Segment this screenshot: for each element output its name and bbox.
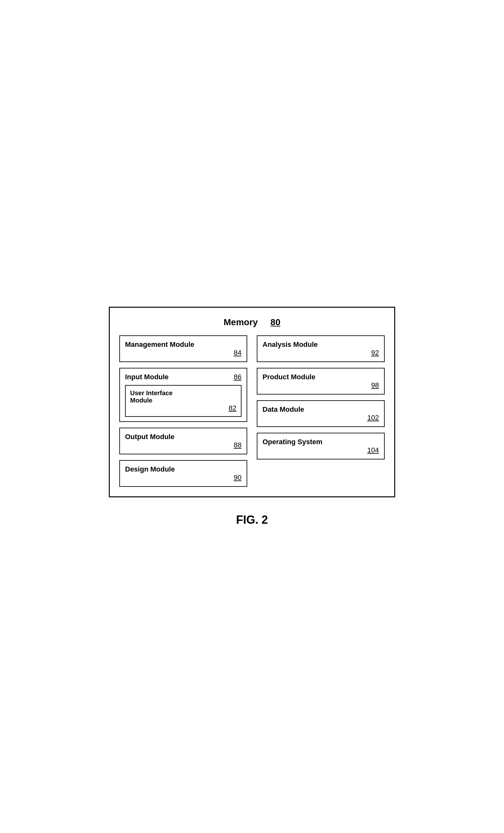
columns-wrapper: Management Module 84 Input Module 86 Use…	[119, 335, 385, 487]
design-module-box: Design Module 90	[119, 460, 247, 487]
input-module-name: Input Module	[125, 373, 169, 381]
input-top-row: Input Module 86	[125, 373, 241, 381]
output-module-name: Output Module	[125, 433, 174, 441]
analysis-module-name: Analysis Module	[263, 340, 318, 349]
ui-module-box: User InterfaceModule 82	[125, 385, 241, 417]
memory-title: Memory	[224, 317, 258, 327]
product-module-number: 98	[371, 381, 379, 389]
ui-module-name: User InterfaceModule	[130, 389, 236, 404]
memory-number: 80	[270, 317, 280, 327]
data-module-box: Data Module 102	[257, 400, 385, 427]
analysis-module-number: 92	[371, 349, 379, 357]
output-module-box: Output Module 88	[119, 428, 247, 454]
design-module-number: 90	[234, 473, 241, 482]
product-module-name: Product Module	[263, 373, 315, 381]
data-module-name: Data Module	[263, 405, 304, 414]
memory-header: Memory 80	[119, 317, 385, 327]
left-column: Management Module 84 Input Module 86 Use…	[119, 335, 247, 487]
management-module-number: 84	[234, 349, 241, 357]
ui-module-number: 82	[229, 404, 236, 412]
operating-system-name: Operating System	[263, 438, 322, 446]
fig-label: FIG. 2	[236, 513, 268, 527]
page-wrapper: Memory 80 Management Module 84 Input Mod…	[0, 294, 504, 539]
analysis-module-box: Analysis Module 92	[257, 335, 385, 362]
operating-system-box: Operating System 104	[257, 433, 385, 459]
design-module-name: Design Module	[125, 465, 175, 473]
management-module-name: Management Module	[125, 340, 194, 349]
output-module-number: 88	[234, 441, 241, 449]
input-module-box: Input Module 86 User InterfaceModule 82	[119, 368, 247, 422]
input-module-number: 86	[234, 373, 241, 381]
operating-system-number: 104	[367, 446, 379, 454]
data-module-number: 102	[367, 414, 379, 422]
management-module-box: Management Module 84	[119, 335, 247, 362]
product-module-box: Product Module 98	[257, 368, 385, 395]
right-column: Analysis Module 92 Product Module 98 Dat…	[257, 335, 385, 487]
diagram-container: Memory 80 Management Module 84 Input Mod…	[109, 307, 395, 497]
